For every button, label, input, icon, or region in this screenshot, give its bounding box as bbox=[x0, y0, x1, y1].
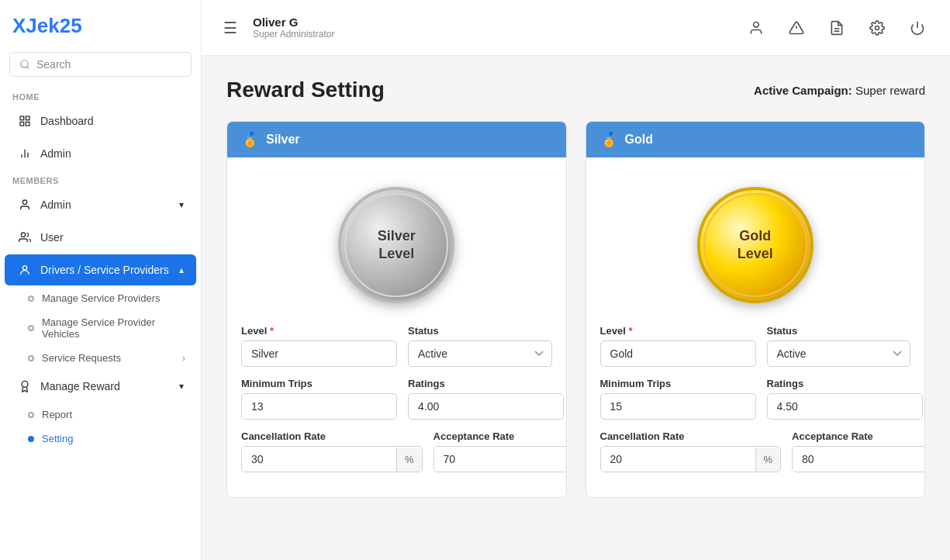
gold-min-trips-input[interactable] bbox=[600, 393, 756, 420]
gold-ratings-input[interactable] bbox=[767, 393, 923, 420]
active-campaign-label: Active Campaign: bbox=[754, 84, 852, 97]
required-marker-gold: * bbox=[628, 325, 632, 337]
gold-acceptance-input[interactable] bbox=[793, 447, 925, 472]
sidebar-item-user[interactable]: User bbox=[5, 222, 196, 253]
manage-service-providers-label: Manage Service Providers bbox=[42, 292, 160, 304]
sidebar-item-user-label: User bbox=[40, 231, 64, 244]
gold-acceptance-label: Acceptance Rate bbox=[792, 430, 925, 442]
sub-dot-report-icon bbox=[28, 412, 34, 418]
gold-level-input[interactable] bbox=[600, 340, 756, 367]
svg-rect-4 bbox=[20, 122, 24, 126]
gold-medal-text: Gold Level bbox=[738, 227, 773, 264]
gold-status-label: Status bbox=[767, 325, 911, 337]
gold-acceptance-input-wrapper: % bbox=[792, 446, 925, 472]
page-header: Reward Setting Active Campaign: Super re… bbox=[226, 78, 925, 102]
svg-point-9 bbox=[22, 200, 26, 204]
silver-rate-row: Cancellation Rate % Acceptance Rate % bbox=[241, 430, 552, 472]
silver-acceptance-input-wrapper: % bbox=[434, 446, 567, 472]
sidebar-item-admin-label: Admin bbox=[40, 199, 71, 211]
svg-rect-3 bbox=[26, 116, 29, 120]
search-input[interactable]: Search bbox=[9, 52, 192, 77]
svg-rect-5 bbox=[26, 122, 29, 126]
gold-card-title: Gold bbox=[625, 133, 653, 147]
silver-ratings-group: Ratings bbox=[408, 378, 564, 420]
silver-min-trips-input[interactable] bbox=[241, 393, 397, 420]
document-icon-button[interactable] bbox=[823, 14, 851, 42]
manage-reward-label: Manage Reward bbox=[40, 380, 120, 392]
silver-card: 🏅 Silver Silver Level bbox=[226, 121, 567, 498]
silver-cancellation-input[interactable] bbox=[242, 447, 396, 472]
gold-medal: Gold Level bbox=[697, 187, 814, 303]
sidebar-item-dashboard-label: Dashboard bbox=[40, 115, 94, 127]
silver-status-group: Status Active Inactive bbox=[408, 325, 552, 367]
gold-card: 🏅 Gold Gold Level bbox=[586, 121, 926, 498]
page-content: Reward Setting Active Campaign: Super re… bbox=[202, 56, 950, 560]
gold-ratings-group: Ratings bbox=[767, 378, 923, 420]
setting-label: Setting bbox=[42, 433, 73, 444]
logo-text: XJek bbox=[12, 14, 60, 37]
svg-point-18 bbox=[876, 26, 879, 29]
silver-min-trips-group: Minimum Trips bbox=[241, 378, 397, 420]
sidebar-item-manage-reward[interactable]: Manage Reward ▾ bbox=[5, 371, 196, 402]
sidebar-item-setting[interactable]: Setting bbox=[0, 427, 201, 451]
sidebar: XJek25 Search HOME Dashboard Admin MEMBE… bbox=[0, 0, 202, 560]
svg-point-0 bbox=[21, 60, 28, 67]
grid-icon bbox=[17, 113, 33, 129]
sidebar-item-service-requests[interactable]: Service Requests › bbox=[0, 346, 201, 370]
gold-cancellation-input[interactable] bbox=[601, 447, 755, 472]
chevron-up-icon: ▴ bbox=[179, 264, 184, 275]
gold-status-select[interactable]: Active Inactive bbox=[767, 340, 911, 367]
medal-icon-gold: 🏅 bbox=[600, 131, 617, 148]
silver-trips-row: Minimum Trips Ratings bbox=[241, 378, 552, 420]
logo-accent: 25 bbox=[60, 14, 82, 37]
sidebar-item-server-monitoring-label: Admin bbox=[40, 147, 71, 160]
power-icon-button[interactable] bbox=[903, 14, 931, 42]
svg-line-1 bbox=[27, 67, 29, 69]
logo[interactable]: XJek25 bbox=[0, 0, 201, 52]
gold-card-header: 🏅 Gold bbox=[586, 122, 925, 157]
silver-ratings-input[interactable] bbox=[408, 393, 564, 420]
settings-icon-button[interactable] bbox=[863, 14, 891, 42]
sidebar-item-admin[interactable]: Admin ▾ bbox=[5, 189, 196, 220]
silver-acceptance-input[interactable] bbox=[434, 447, 567, 472]
person-circle-icon bbox=[17, 262, 33, 278]
silver-cancellation-input-wrapper: % bbox=[241, 446, 423, 472]
silver-status-select[interactable]: Active Inactive bbox=[408, 340, 552, 367]
sidebar-item-dashboard[interactable]: Dashboard bbox=[5, 105, 196, 137]
sidebar-item-drivers[interactable]: Drivers / Service Providers ▴ bbox=[5, 254, 196, 285]
medal-icon-silver: 🏅 bbox=[241, 131, 258, 148]
page-title: Reward Setting bbox=[226, 78, 385, 102]
percent-suffix: % bbox=[396, 448, 422, 472]
silver-level-row: Level * Status Active Inactive bbox=[241, 325, 552, 367]
service-requests-label: Service Requests bbox=[42, 352, 174, 364]
gold-status-group: Status Active Inactive bbox=[767, 325, 911, 367]
sidebar-item-drivers-label: Drivers / Service Providers bbox=[40, 264, 169, 276]
sidebar-item-manage-vehicles[interactable]: Manage Service Provider Vehicles bbox=[0, 310, 201, 346]
alert-icon-button[interactable] bbox=[782, 14, 810, 42]
chevron-down-icon2: ▾ bbox=[179, 381, 184, 392]
silver-medal-text: Silver Level bbox=[378, 227, 416, 264]
silver-ratings-label: Ratings bbox=[408, 378, 564, 389]
gold-level-group: Level * bbox=[600, 325, 756, 367]
user-role: Super Administrator bbox=[253, 29, 730, 40]
user-info: Oliver G Super Administrator bbox=[253, 16, 730, 40]
gold-ratings-label: Ratings bbox=[767, 378, 923, 389]
gold-level-row: Level * Status Active Inactive bbox=[600, 325, 911, 367]
sidebar-item-report[interactable]: Report bbox=[0, 403, 201, 427]
sidebar-item-manage-service-providers[interactable]: Manage Service Providers bbox=[0, 286, 201, 310]
silver-acceptance-group: Acceptance Rate % bbox=[434, 430, 567, 472]
silver-cancellation-label: Cancellation Rate bbox=[241, 430, 423, 442]
silver-level-label: Level * bbox=[241, 325, 397, 337]
sidebar-item-server-monitoring[interactable]: Admin bbox=[5, 138, 196, 169]
gold-cancellation-input-wrapper: % bbox=[600, 446, 782, 472]
header: ☰ Oliver G Super Administrator bbox=[202, 0, 950, 56]
silver-min-trips-label: Minimum Trips bbox=[241, 378, 397, 389]
svg-point-12 bbox=[22, 381, 28, 387]
report-label: Report bbox=[42, 409, 72, 420]
bar-chart-icon bbox=[17, 146, 33, 161]
home-section-label: HOME bbox=[0, 86, 201, 105]
profile-icon-button[interactable] bbox=[742, 14, 770, 42]
silver-level-input[interactable] bbox=[241, 340, 397, 367]
menu-button[interactable]: ☰ bbox=[220, 16, 240, 40]
active-campaign-value: Super reward bbox=[855, 84, 925, 97]
